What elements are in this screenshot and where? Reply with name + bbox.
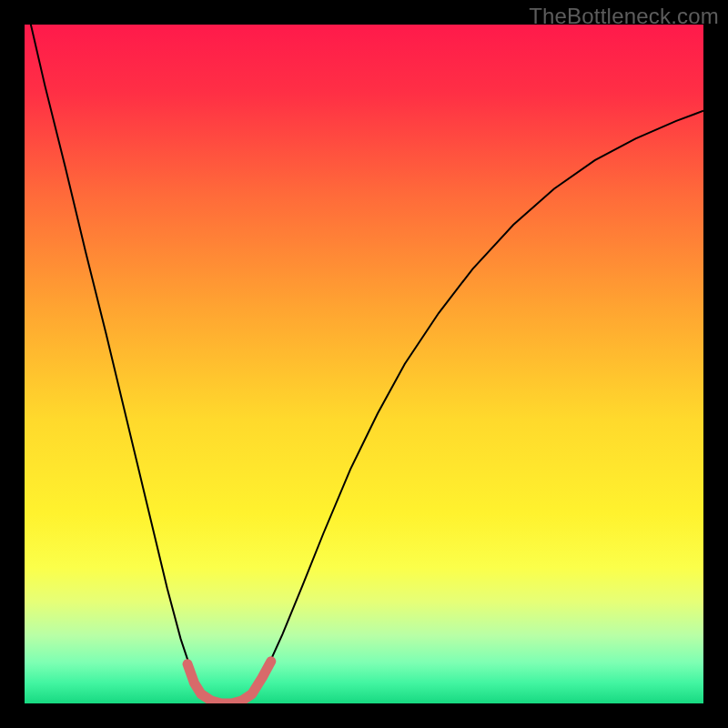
plot-area xyxy=(25,25,703,703)
gradient-background xyxy=(25,25,703,703)
watermark-text: TheBottleneck.com xyxy=(529,4,719,29)
outer-frame: TheBottleneck.com xyxy=(0,0,728,728)
chart-svg xyxy=(25,25,703,703)
